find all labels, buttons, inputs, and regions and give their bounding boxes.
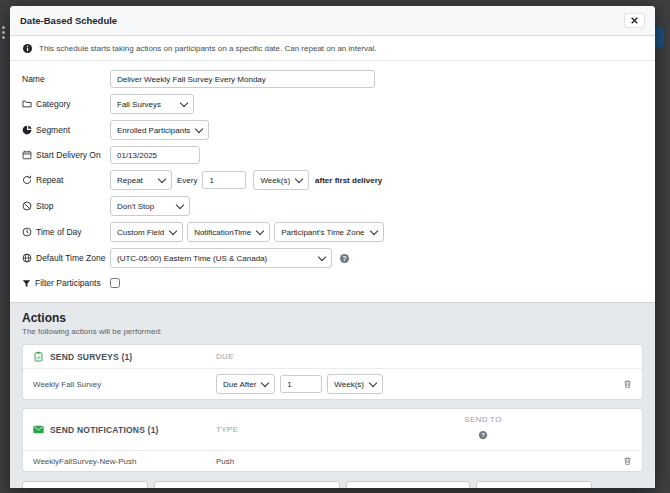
add-survey-to-close-select[interactable]: Add Survey To Close bbox=[346, 481, 470, 488]
calendar-icon bbox=[22, 150, 32, 160]
close-button[interactable] bbox=[624, 13, 645, 28]
repeat-suffix: after first delivery bbox=[315, 176, 382, 185]
chevron-down-icon bbox=[176, 200, 184, 208]
category-label: Category bbox=[22, 99, 110, 109]
actions-heading: Actions bbox=[22, 311, 643, 325]
name-label: Name bbox=[22, 74, 110, 84]
clock-icon bbox=[22, 227, 32, 237]
svg-text:?: ? bbox=[343, 254, 347, 261]
due-column-header: DUE bbox=[216, 352, 616, 361]
screen: Date-Based Schedule This schedule starts… bbox=[0, 0, 670, 493]
info-icon bbox=[22, 43, 33, 54]
filter-participants-label: Filter Participants bbox=[22, 278, 110, 288]
info-bar: This schedule starts taking actions on p… bbox=[10, 36, 655, 61]
sync-icon bbox=[22, 175, 32, 185]
actions-subheading: The following actions will be performed: bbox=[22, 327, 643, 336]
folder-icon bbox=[22, 99, 32, 109]
chevron-down-icon bbox=[326, 486, 334, 488]
date-based-schedule-modal: Date-Based Schedule This schedule starts… bbox=[10, 6, 655, 488]
chevron-down-icon bbox=[369, 378, 377, 386]
segment-label: Segment bbox=[22, 125, 110, 135]
notification-type: Push bbox=[216, 457, 456, 466]
survey-name: Weekly Fall Survey bbox=[33, 380, 216, 389]
schedule-form: Name Category Fall Surveys Segment E bbox=[10, 61, 655, 302]
time-zone-help-icon[interactable]: ? bbox=[339, 253, 350, 264]
close-icon bbox=[630, 16, 639, 25]
start-delivery-input[interactable] bbox=[110, 146, 200, 164]
delete-notification-button[interactable] bbox=[623, 456, 632, 466]
notification-row: WeeklyFallSurvey-New-Push Push bbox=[23, 451, 642, 471]
every-label: Every bbox=[177, 176, 197, 185]
time-of-day-row: Time of Day Custom Field NotificationTim… bbox=[22, 222, 643, 242]
send-surveys-title: SEND SURVEYS (1) bbox=[33, 351, 216, 362]
chevron-down-icon bbox=[256, 226, 264, 234]
name-input[interactable] bbox=[110, 70, 375, 88]
chevron-down-icon bbox=[195, 124, 203, 132]
default-time-zone-select[interactable]: (UTC-05:00) Eastern Time (US & Canada) bbox=[110, 248, 332, 268]
add-notification-to-send-select[interactable]: Add Notification To Send bbox=[154, 481, 340, 488]
time-zone-mode-select[interactable]: Participant's Time Zone bbox=[274, 222, 383, 242]
repeat-unit-select[interactable]: Week(s) bbox=[253, 170, 309, 190]
repeat-interval-input[interactable] bbox=[202, 171, 246, 189]
send-to-help-icon[interactable]: ? bbox=[478, 426, 488, 444]
actions-section: Actions The following actions will be pe… bbox=[10, 302, 655, 488]
chevron-down-icon bbox=[456, 486, 464, 488]
stop-label: Stop bbox=[22, 201, 110, 211]
category-row: Category Fall Surveys bbox=[22, 94, 643, 114]
survey-row: Weekly Fall Survey Due After Week(s) bbox=[23, 369, 642, 399]
send-notifications-header: SEND NOTIFICATIONS (1) TYPE SEND TO ? bbox=[23, 409, 642, 451]
chevron-down-icon bbox=[169, 226, 177, 234]
chevron-down-icon bbox=[295, 174, 303, 182]
modal-title: Date-Based Schedule bbox=[20, 15, 117, 26]
due-value-input[interactable] bbox=[280, 375, 322, 393]
chevron-down-icon bbox=[134, 486, 142, 488]
filter-participants-checkbox[interactable] bbox=[110, 278, 120, 288]
survey-due-controls: Due After Week(s) bbox=[216, 374, 616, 394]
background-element bbox=[654, 27, 664, 47]
stop-select[interactable]: Don't Stop bbox=[110, 196, 190, 216]
repeat-mode-select[interactable]: Repeat bbox=[110, 170, 172, 190]
repeat-label: Repeat bbox=[22, 175, 110, 185]
pie-chart-icon bbox=[22, 125, 32, 135]
send-surveys-panel: SEND SURVEYS (1) DUE Weekly Fall Survey … bbox=[22, 344, 643, 400]
stop-row: Stop Don't Stop bbox=[22, 196, 643, 216]
chevron-down-icon bbox=[261, 378, 269, 386]
chevron-down-icon bbox=[369, 226, 377, 234]
envelope-icon bbox=[33, 425, 44, 434]
start-delivery-row: Start Delivery On bbox=[22, 146, 643, 164]
trash-icon bbox=[623, 379, 632, 389]
add-custom-field-select[interactable]: Add Custom Field to Update bbox=[476, 481, 592, 488]
time-of-day-label: Time of Day bbox=[22, 227, 110, 237]
send-surveys-header: SEND SURVEYS (1) DUE bbox=[23, 345, 642, 369]
delete-survey-button[interactable] bbox=[623, 379, 632, 389]
notification-name: WeeklyFallSurvey-New-Push bbox=[33, 457, 216, 466]
segment-select[interactable]: Enrolled Participants bbox=[110, 120, 209, 140]
category-select[interactable]: Fall Surveys bbox=[110, 94, 194, 114]
send-to-column-header: SEND TO ? bbox=[456, 415, 510, 444]
chevron-down-icon bbox=[588, 486, 596, 488]
send-notifications-title: SEND NOTIFICATIONS (1) bbox=[33, 425, 216, 435]
due-unit-select[interactable]: Week(s) bbox=[327, 374, 383, 394]
filter-participants-row: Filter Participants bbox=[22, 274, 643, 292]
time-source-select[interactable]: Custom Field bbox=[110, 222, 183, 242]
globe-icon bbox=[22, 253, 32, 263]
segment-row: Segment Enrolled Participants bbox=[22, 120, 643, 140]
add-actions-row: Add Survey To Deliver Add Notification T… bbox=[22, 481, 643, 488]
start-delivery-label: Start Delivery On bbox=[22, 150, 110, 160]
survey-clipboard-icon bbox=[33, 351, 44, 362]
chevron-down-icon bbox=[158, 174, 166, 182]
add-survey-to-deliver-select[interactable]: Add Survey To Deliver bbox=[22, 481, 148, 488]
send-notifications-panel: SEND NOTIFICATIONS (1) TYPE SEND TO ? We… bbox=[22, 408, 643, 472]
slash-circle-icon bbox=[22, 201, 32, 211]
name-row: Name bbox=[22, 70, 643, 88]
default-time-zone-row: Default Time Zone (UTC-05:00) Eastern Ti… bbox=[22, 248, 643, 268]
trash-icon bbox=[623, 456, 632, 466]
chevron-down-icon bbox=[180, 98, 188, 106]
background-menu-dots-icon bbox=[2, 24, 6, 40]
time-field-select[interactable]: NotificationTime bbox=[187, 222, 270, 242]
filter-icon bbox=[22, 279, 31, 288]
svg-text:?: ? bbox=[481, 432, 485, 438]
due-mode-select[interactable]: Due After bbox=[216, 374, 275, 394]
repeat-row: Repeat Repeat Every Week(s) after first … bbox=[22, 170, 643, 190]
default-time-zone-label: Default Time Zone bbox=[22, 253, 110, 263]
